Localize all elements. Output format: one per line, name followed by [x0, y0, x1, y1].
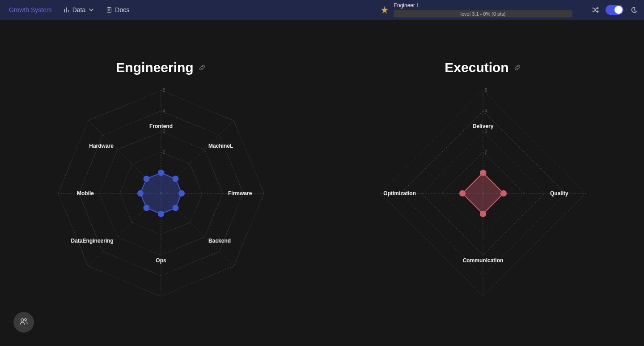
moon-icon[interactable] [630, 6, 638, 14]
svg-text:3: 3 [485, 129, 487, 134]
svg-point-31 [178, 190, 185, 196]
svg-point-61 [25, 319, 26, 320]
svg-text:Delivery: Delivery [473, 123, 494, 129]
svg-point-60 [21, 319, 24, 321]
svg-point-36 [143, 175, 149, 182]
people-icon [19, 316, 29, 328]
nav-data-label: Data [72, 6, 86, 13]
svg-point-59 [459, 190, 466, 196]
bar-chart-icon [64, 7, 70, 13]
chart-title: Execution [445, 60, 508, 75]
svg-text:2: 2 [485, 150, 487, 154]
svg-point-32 [173, 205, 179, 211]
svg-point-30 [173, 175, 179, 182]
chart-title: Engineering [116, 60, 193, 75]
svg-text:3: 3 [163, 129, 165, 134]
radar-engineering: FrontendMachineLFirmwareBackendOpsDataEn… [36, 81, 286, 305]
svg-text:4: 4 [485, 108, 487, 113]
svg-text:Communication: Communication [463, 257, 504, 264]
svg-text:Ops: Ops [156, 257, 166, 264]
svg-text:2: 2 [163, 150, 165, 154]
svg-point-58 [480, 211, 486, 217]
svg-text:Firmware: Firmware [228, 190, 252, 196]
svg-text:MachineL: MachineL [208, 143, 233, 149]
progress-text: level 3.1 - 0% (0 pts) [461, 11, 506, 17]
svg-text:Quality: Quality [550, 190, 568, 196]
top-nav: Growth System Data Docs Engineer I level… [0, 0, 644, 20]
svg-text:4: 4 [163, 108, 165, 113]
svg-point-29 [158, 170, 164, 176]
svg-text:Optimization: Optimization [383, 190, 416, 196]
nav-data[interactable]: Data [64, 6, 95, 13]
svg-point-33 [158, 211, 164, 217]
panel-execution: Execution DeliveryQualityCommunicationOp… [340, 60, 626, 305]
theme-toggle[interactable] [606, 5, 623, 15]
nav-docs[interactable]: Docs [106, 6, 129, 13]
svg-text:5: 5 [485, 88, 487, 93]
role-label: Engineer I [394, 2, 572, 9]
svg-text:Hardware: Hardware [89, 143, 114, 149]
svg-text:Backend: Backend [208, 238, 231, 244]
link-icon[interactable] [198, 64, 206, 72]
svg-text:DataEngineering: DataEngineering [71, 238, 114, 244]
svg-marker-1 [381, 6, 388, 13]
document-icon [106, 7, 112, 13]
avatar-icon [380, 5, 389, 14]
level-box: Engineer I level 3.1 - 0% (0 pts) [380, 2, 572, 17]
svg-point-34 [143, 205, 149, 211]
svg-point-57 [500, 190, 507, 196]
svg-marker-55 [462, 173, 504, 214]
help-fab[interactable] [13, 312, 34, 333]
svg-text:5: 5 [163, 88, 165, 93]
brand[interactable]: Growth System [9, 6, 52, 13]
link-icon[interactable] [513, 64, 521, 72]
nav-docs-label: Docs [115, 6, 129, 13]
svg-point-35 [137, 190, 144, 196]
radar-execution: DeliveryQualityCommunicationOptimization… [358, 81, 608, 305]
chevron-down-icon [88, 7, 94, 13]
level-progress[interactable]: level 3.1 - 0% (0 pts) [394, 10, 572, 17]
panel-engineering: Engineering FrontendMachineLFirmwareBack… [18, 60, 304, 305]
svg-text:Mobile: Mobile [77, 190, 94, 196]
shuffle-icon[interactable] [591, 6, 599, 14]
main: Engineering FrontendMachineLFirmwareBack… [0, 20, 644, 305]
svg-text:Frontend: Frontend [149, 123, 173, 129]
svg-point-56 [480, 170, 486, 176]
